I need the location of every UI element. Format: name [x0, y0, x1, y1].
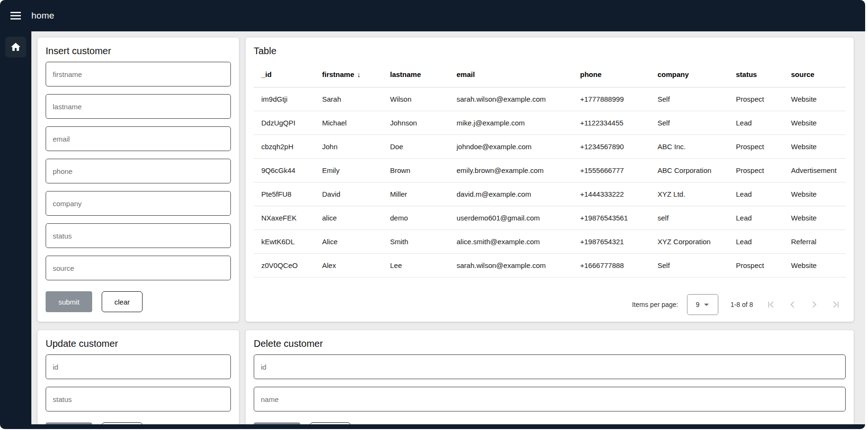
table-cell: +1987654321 [575, 230, 653, 254]
insert-clear-button[interactable]: clear [102, 291, 143, 312]
table-cell: +19876543561 [575, 206, 653, 230]
update-status-field[interactable] [46, 387, 231, 411]
table-body: im9dGtji Sarah Wilson sarah.wilson@examp… [254, 87, 846, 277]
items-per-page-select[interactable]: 9 [687, 294, 718, 315]
column-header-label: _id [261, 70, 272, 78]
table-cell: 9Q6cGk44 [254, 159, 317, 182]
scrollbar-track[interactable] [865, 0, 868, 430]
column-header-label: firstname [322, 70, 354, 78]
table-cell: DdzUgQPI [254, 111, 317, 135]
update-id-field[interactable] [46, 354, 231, 379]
table-cell: Emily [317, 159, 385, 182]
last-page-button[interactable] [825, 295, 847, 314]
column-header-label: source [791, 70, 814, 78]
table-cell: Lead [731, 111, 786, 135]
first-page-icon [765, 299, 776, 310]
lastname-field[interactable] [46, 94, 231, 119]
status-field[interactable] [46, 223, 231, 248]
delete-buttons-row: submit clear [254, 422, 846, 424]
table-cell: XYZ Corporation [653, 230, 731, 254]
table-cell: Johnson [385, 111, 452, 135]
firstname-field[interactable] [46, 62, 231, 86]
source-field[interactable] [46, 256, 231, 280]
table-cell: David [317, 182, 385, 206]
page-title: home [31, 10, 54, 21]
paginator: Items per page: 9 1-8 of 8 [632, 294, 847, 315]
column-header-company[interactable]: company [653, 62, 731, 87]
delete-clear-button[interactable]: clear [310, 422, 351, 424]
table-cell: emily.brown@example.com [452, 159, 575, 182]
previous-page-button[interactable] [782, 295, 803, 314]
table-cell: Wilson [385, 87, 452, 111]
table-cell: Self [653, 111, 731, 135]
insert-buttons-row: submit clear [46, 291, 231, 312]
delete-card-title: Delete customer [254, 338, 846, 349]
table-cell: Website [786, 87, 846, 111]
top-navbar: home [0, 0, 865, 31]
table-cell: Website [786, 111, 846, 135]
column-header-lastname[interactable]: lastname [385, 62, 452, 87]
table-cell: kEwtK6DL [254, 230, 317, 254]
table-cell: Lee [385, 254, 452, 277]
table-cell: Self [653, 87, 731, 111]
table-cell: Miller [385, 182, 452, 206]
column-header-status[interactable]: status [731, 62, 786, 87]
table-cell: +1234567890 [575, 135, 653, 159]
table-cell: demo [385, 206, 452, 230]
hamburger-menu-icon[interactable] [0, 0, 31, 31]
sidebar-item-home[interactable] [5, 37, 26, 57]
update-buttons-row: submit clear [46, 422, 231, 424]
table-cell: Pte5fFU8 [254, 182, 317, 206]
column-header-phone[interactable]: phone [575, 62, 653, 87]
paginator-range-label: 1-8 of 8 [731, 301, 753, 308]
first-page-button[interactable] [760, 295, 782, 314]
table-cell: Michael [317, 111, 385, 135]
column-header-label: email [457, 70, 475, 78]
table-row: NXaxeFEK alice demo userdemo601@gmail.co… [254, 206, 846, 230]
delete-id-field[interactable] [254, 354, 846, 379]
table-cell: Sarah [317, 87, 385, 111]
table-cell: david.m@example.com [452, 182, 575, 206]
table-cell: Website [786, 206, 846, 230]
sort-desc-icon: ↓ [357, 70, 361, 78]
table-cell: Alice [317, 230, 385, 254]
insert-customer-card: Insert customer submit clear [38, 38, 239, 322]
company-field[interactable] [46, 191, 231, 216]
update-submit-button[interactable]: submit [46, 422, 92, 424]
table-cell: John [317, 135, 385, 159]
table-cell: Website [786, 254, 846, 277]
table-cell: mike.j@example.com [452, 111, 575, 135]
table-cell: +1122334455 [575, 111, 653, 135]
delete-customer-card: Delete customer submit clear [246, 330, 854, 424]
table-header-row: _id firstname↓ lastname email phone comp… [254, 62, 846, 87]
table-cell: +1666777888 [575, 254, 653, 277]
previous-page-icon [787, 299, 798, 310]
table-cell: Prospect [731, 135, 786, 159]
column-header-source[interactable]: source [786, 62, 846, 87]
customers-table: _id firstname↓ lastname email phone comp… [254, 62, 846, 277]
table-cell: im9dGtji [254, 87, 317, 111]
column-header-email[interactable]: email [452, 62, 575, 87]
chevron-down-icon [704, 304, 709, 306]
column-header-id[interactable]: _id [254, 62, 317, 87]
insert-submit-button[interactable]: submit [46, 291, 92, 312]
phone-field[interactable] [46, 159, 231, 183]
table-cell: self [653, 206, 731, 230]
table-cell: sarah.wilson@example.com [452, 254, 575, 277]
last-page-icon [830, 299, 842, 310]
table-row: kEwtK6DL Alice Smith alice.smith@example… [254, 230, 846, 254]
table-row: DdzUgQPI Michael Johnson mike.j@example.… [254, 111, 846, 135]
delete-submit-button[interactable]: submit [254, 422, 300, 424]
table-cell: Doe [385, 135, 452, 159]
delete-name-field[interactable] [254, 387, 846, 411]
table-cell: +1444333222 [575, 182, 653, 206]
column-header-label: company [658, 70, 689, 78]
insert-card-title: Insert customer [46, 46, 231, 57]
table-cell: alice [317, 206, 385, 230]
column-header-firstname[interactable]: firstname↓ [317, 62, 385, 87]
table-cell: ABC Corporation [653, 159, 731, 182]
email-field[interactable] [46, 126, 231, 151]
next-page-button[interactable] [803, 295, 825, 314]
table-cell: Referral [786, 230, 846, 254]
update-clear-button[interactable]: clear [102, 422, 143, 424]
